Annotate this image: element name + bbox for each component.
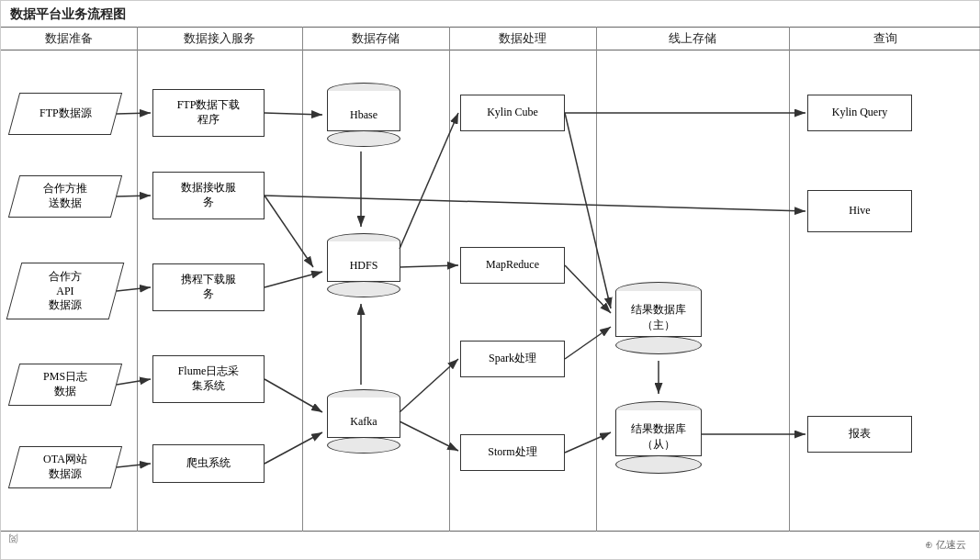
cylinder-hbase: Hbase: [324, 78, 403, 151]
col-header-3: 数据存储: [302, 27, 449, 50]
col-header-6: 查询: [789, 27, 980, 50]
proc-kylin-cube: Kylin Cube: [460, 95, 565, 131]
service-flume: Flume日志采集系统: [152, 355, 265, 403]
svg-line-10: [265, 432, 322, 464]
svg-line-2: [117, 196, 151, 196]
source-pms: PMS日志数据: [8, 364, 122, 406]
cylinder-hdfs: HDFS: [324, 229, 403, 302]
source-partner-api: 合作方API数据源: [6, 263, 125, 319]
divider-1: [137, 27, 138, 532]
query-hive: Hive: [807, 190, 912, 232]
svg-line-4: [117, 379, 151, 385]
svg-line-5: [117, 464, 151, 467]
col-header-2: 数据接入服务: [137, 27, 302, 50]
service-download: 携程下载服务: [152, 263, 265, 311]
proc-spark: Spark处理: [460, 341, 565, 377]
footer-brand: ⊕ 亿速云: [925, 538, 966, 552]
divider-3: [449, 27, 450, 532]
divider-2: [302, 27, 303, 532]
service-ftp-download: FTP数据下载程序: [152, 89, 265, 137]
cylinder-kafka: Kafka: [324, 385, 403, 458]
col-header-1: 数据准备: [1, 27, 137, 50]
divider-5: [789, 27, 790, 532]
svg-line-17: [565, 113, 611, 308]
service-data-receive: 数据接收服务: [152, 172, 265, 219]
query-report: 报表: [807, 416, 912, 453]
source-partner-push: 合作方推送数据: [8, 175, 122, 218]
diagram-container: 数据平台业务流程图 数据准备 数据接入服务 数据存储 数据处理 线上存储 查询 …: [0, 0, 980, 560]
proc-mapreduce: MapReduce: [460, 247, 565, 284]
col-header-5: 线上存储: [596, 27, 789, 50]
svg-line-23: [265, 196, 805, 211]
svg-line-9: [265, 379, 322, 412]
proc-storm: Storm处理: [460, 434, 565, 471]
divider-4: [596, 27, 597, 532]
page-title: 数据平台业务流程图: [10, 6, 126, 23]
query-kylin: Kylin Query: [807, 95, 912, 131]
svg-line-18: [565, 265, 611, 313]
svg-line-20: [565, 432, 611, 453]
svg-line-6: [265, 113, 322, 115]
cylinder-db-slave: 结果数据库（从）: [613, 396, 704, 478]
service-crawler: 爬虫系统: [152, 444, 265, 483]
cylinder-db-main: 结果数据库（主）: [613, 276, 704, 359]
svg-line-3: [117, 287, 151, 291]
source-ota: OTA网站数据源: [8, 446, 122, 488]
svg-line-8: [265, 272, 322, 287]
source-ftp: FTP数据源: [8, 93, 122, 135]
svg-line-7: [265, 196, 313, 267]
col-header-4: 数据处理: [449, 27, 596, 50]
svg-line-19: [565, 327, 611, 359]
svg-line-1: [117, 113, 151, 114]
